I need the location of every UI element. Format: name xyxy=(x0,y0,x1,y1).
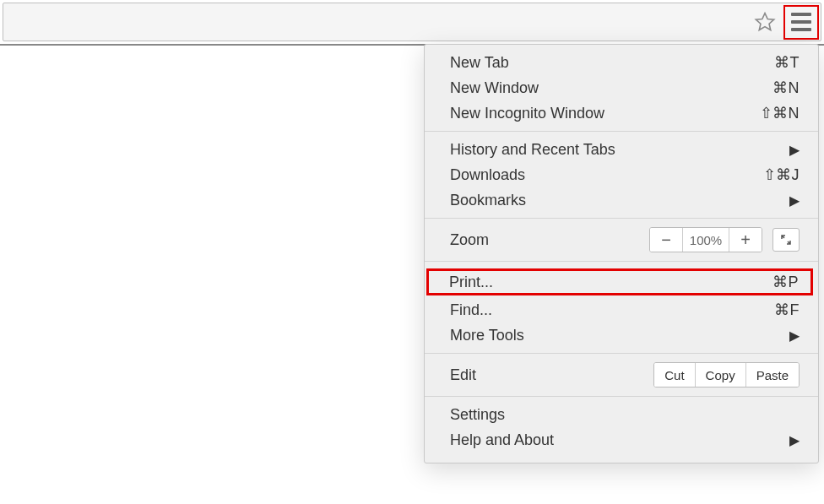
zoom-in-button[interactable]: + xyxy=(729,228,762,252)
bookmark-star-icon[interactable] xyxy=(746,3,783,41)
menu-item-print[interactable]: Print... ⌘P xyxy=(426,268,813,295)
menu-shortcut: ⌘N xyxy=(772,79,800,97)
menu-label: Settings xyxy=(450,406,505,424)
menu-label: Zoom xyxy=(450,231,489,249)
menu-shortcut: ⇧⌘N xyxy=(760,104,800,122)
menu-group-settings: Settings Help and About ▶ xyxy=(425,397,818,458)
zoom-out-button[interactable]: − xyxy=(650,228,682,252)
menu-shortcut: ⇧⌘J xyxy=(763,165,800,184)
menu-label: Print... xyxy=(449,274,493,291)
hamburger-icon xyxy=(791,13,811,31)
menu-label: Downloads xyxy=(450,166,525,184)
chevron-right-icon: ▶ xyxy=(789,192,800,209)
menu-label: Bookmarks xyxy=(450,192,526,209)
menu-item-history[interactable]: History and Recent Tabs ▶ xyxy=(425,137,818,162)
cut-button[interactable]: Cut xyxy=(654,363,694,387)
menu-item-settings[interactable]: Settings xyxy=(425,402,818,427)
edit-button-group: Cut Copy Paste xyxy=(653,362,800,387)
address-bar[interactable] xyxy=(3,3,746,41)
fullscreen-button[interactable] xyxy=(772,228,800,252)
menu-item-new-window[interactable]: New Window ⌘N xyxy=(425,75,818,100)
zoom-controls: − 100% + xyxy=(649,227,800,252)
menu-group-tools: Print... ⌘P Find... ⌘F More Tools ▶ xyxy=(425,262,818,354)
browser-menu: New Tab ⌘T New Window ⌘N New Incognito W… xyxy=(424,44,819,463)
menu-group-edit: Edit Cut Copy Paste xyxy=(425,354,818,397)
menu-label: New Tab xyxy=(450,54,509,72)
menu-item-find[interactable]: Find... ⌘F xyxy=(425,297,818,322)
menu-label: History and Recent Tabs xyxy=(450,141,615,159)
menu-shortcut: ⌘F xyxy=(774,301,800,319)
menu-group-new: New Tab ⌘T New Window ⌘N New Incognito W… xyxy=(425,45,818,132)
menu-shortcut: ⌘T xyxy=(774,53,800,72)
menu-shortcut: ⌘P xyxy=(772,273,799,291)
menu-item-new-tab[interactable]: New Tab ⌘T xyxy=(425,50,818,75)
browser-toolbar xyxy=(3,3,821,41)
zoom-value: 100% xyxy=(682,228,729,252)
menu-item-downloads[interactable]: Downloads ⇧⌘J xyxy=(425,162,818,187)
menu-group-history: History and Recent Tabs ▶ Downloads ⇧⌘J … xyxy=(425,132,818,219)
menu-item-bookmarks[interactable]: Bookmarks ▶ xyxy=(425,187,818,213)
menu-group-zoom: Zoom − 100% + xyxy=(425,219,818,262)
zoom-button-group: − 100% + xyxy=(649,227,762,252)
copy-button[interactable]: Copy xyxy=(695,363,745,387)
menu-label: New Window xyxy=(450,79,539,97)
chevron-right-icon: ▶ xyxy=(789,328,800,344)
paste-button[interactable]: Paste xyxy=(745,363,799,387)
chevron-right-icon: ▶ xyxy=(789,142,800,158)
menu-item-zoom: Zoom − 100% + xyxy=(425,224,818,256)
menu-label: More Tools xyxy=(450,327,524,344)
chevron-right-icon: ▶ xyxy=(789,432,800,448)
menu-item-more-tools[interactable]: More Tools ▶ xyxy=(425,322,818,348)
menu-label: Edit xyxy=(450,366,476,384)
menu-label: New Incognito Window xyxy=(450,105,604,122)
menu-item-help[interactable]: Help and About ▶ xyxy=(425,427,818,453)
hamburger-menu-button[interactable] xyxy=(783,5,819,40)
menu-item-edit: Edit Cut Copy Paste xyxy=(425,359,818,391)
menu-item-new-incognito[interactable]: New Incognito Window ⇧⌘N xyxy=(425,100,818,126)
menu-label: Help and About xyxy=(450,431,554,449)
menu-label: Find... xyxy=(450,301,492,319)
